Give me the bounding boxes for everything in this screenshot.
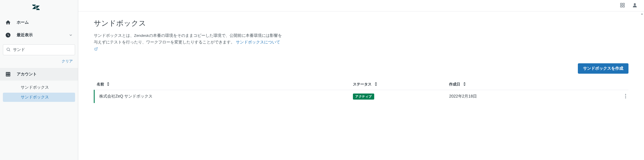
sub-items: サンドボックス サンドボックス (0, 81, 78, 102)
search-icon (6, 47, 11, 53)
svg-rect-7 (9, 75, 9, 76)
col-header-status[interactable]: ステータス (351, 79, 447, 90)
svg-point-22 (625, 97, 626, 98)
svg-marker-17 (375, 85, 377, 86)
svg-point-20 (625, 94, 626, 95)
section-account[interactable]: アカウント (0, 68, 78, 81)
search-box[interactable] (3, 44, 75, 55)
row-status-cell: アクティブ (351, 90, 447, 103)
svg-rect-9 (623, 3, 624, 5)
apps-icon[interactable] (620, 3, 625, 9)
toolbar: サンドボックスを作成 (94, 63, 628, 74)
row-date-cell: 2022年2月18日 (447, 90, 543, 103)
svg-line-13 (96, 47, 98, 49)
sort-icon (374, 82, 377, 87)
svg-marker-18 (463, 82, 466, 83)
sort-icon (463, 82, 466, 87)
user-icon[interactable] (632, 2, 638, 9)
sub-item-sandbox-2[interactable]: サンドボックス (3, 93, 75, 102)
col-created-label: 作成日 (449, 82, 460, 86)
page-description: サンドボックスとは、Zendeskの本番の環境をそのままコピーした環境で、公開前… (94, 33, 284, 53)
col-header-created[interactable]: 作成日 (447, 79, 543, 90)
row-menu-cell (543, 90, 628, 103)
svg-rect-11 (623, 6, 624, 7)
clear-row: クリア (0, 57, 78, 67)
svg-marker-19 (463, 85, 466, 86)
col-name-label: 名前 (97, 82, 104, 86)
scrollbar-up-icon[interactable]: ▲ (641, 12, 643, 15)
sub-item-sandbox-1[interactable]: サンドボックス (3, 83, 75, 92)
page-title: サンドボックス (94, 18, 628, 28)
col-status-label: ステータス (353, 82, 372, 86)
clear-link[interactable]: クリア (62, 59, 73, 63)
svg-rect-10 (620, 6, 622, 7)
zendesk-logo-icon (32, 5, 40, 12)
clock-icon (5, 32, 11, 38)
account-icon (5, 71, 11, 77)
svg-point-21 (625, 96, 626, 96)
sort-icon (107, 82, 110, 87)
nav-home-label: ホーム (17, 20, 73, 25)
section-account-label: アカウント (17, 72, 37, 77)
svg-point-12 (634, 3, 636, 5)
chevron-down-icon (69, 33, 73, 37)
svg-point-1 (7, 48, 9, 50)
svg-rect-5 (9, 73, 9, 74)
svg-rect-3 (6, 72, 10, 77)
svg-marker-14 (107, 82, 109, 83)
col-header-menu (543, 79, 628, 90)
status-badge: アクティブ (353, 94, 374, 100)
main-content: サンドボックス サンドボックスとは、Zendeskの本番の環境をそのままコピーし… (78, 0, 644, 160)
svg-rect-6 (7, 75, 7, 76)
learn-more-text: サンドボックスについて (236, 40, 280, 44)
sidebar: ホーム 最近表示 クリア アカウント (0, 0, 78, 160)
kebab-menu-icon[interactable] (625, 95, 626, 99)
row-name-cell: 株式会社ZeQ サンドボックス (94, 90, 351, 103)
svg-marker-16 (375, 82, 377, 83)
home-icon (5, 20, 11, 25)
table-row[interactable]: 株式会社ZeQ サンドボックス アクティブ 2022年2月18日 (94, 90, 629, 103)
external-link-icon (94, 46, 98, 53)
search-input[interactable] (13, 47, 72, 52)
col-header-name[interactable]: 名前 (94, 79, 351, 90)
svg-line-2 (9, 50, 10, 51)
svg-rect-8 (620, 3, 622, 5)
nav-home[interactable]: ホーム (0, 16, 78, 29)
svg-marker-15 (107, 85, 109, 86)
sandbox-table: 名前 ステータス 作成日 株式会社ZeQ サンドボックス (94, 79, 628, 103)
svg-rect-4 (7, 73, 7, 74)
nav-recent[interactable]: 最近表示 (0, 29, 78, 41)
topbar (78, 0, 644, 12)
create-sandbox-button[interactable]: サンドボックスを作成 (578, 63, 628, 74)
logo-area (0, 0, 78, 16)
nav-recent-label: 最近表示 (17, 33, 69, 38)
search-wrap (0, 41, 78, 57)
